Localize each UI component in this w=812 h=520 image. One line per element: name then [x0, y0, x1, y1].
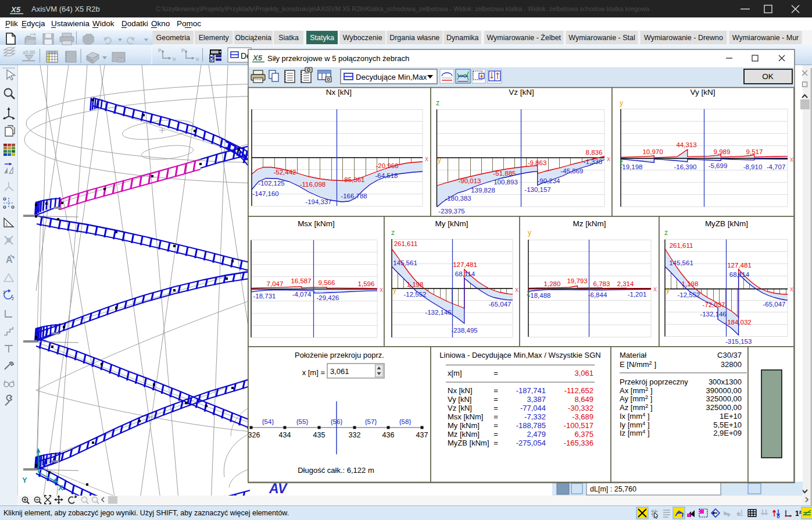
svg-text:X5: X5	[10, 5, 21, 14]
svg-text:=: =	[493, 412, 498, 421]
svg-text:-184,032: -184,032	[725, 319, 751, 326]
svg-text:Ix [mm4 ]: Ix [mm4 ]	[620, 411, 650, 421]
svg-text:±0.00: ±0.00	[23, 49, 35, 55]
svg-text:Pomoc: Pomoc	[177, 19, 201, 28]
svg-text:-9,863: -9,863	[528, 159, 547, 166]
svg-text:X: X	[58, 483, 63, 492]
svg-text:Elementy: Elementy	[199, 34, 230, 42]
svg-text:Vy [kN]: Vy [kN]	[690, 88, 715, 97]
svg-text:Iz [mm4 ]: Iz [mm4 ]	[620, 428, 650, 437]
svg-text:-18,731: -18,731	[253, 293, 276, 300]
svg-text:-4,707: -4,707	[767, 163, 786, 170]
svg-text:9,566: 9,566	[319, 279, 335, 286]
svg-text:x: x	[790, 155, 793, 163]
svg-text:-19,198: -19,198	[620, 163, 642, 170]
svg-text:44,313: 44,313	[676, 141, 696, 148]
svg-text:-102,125: -102,125	[258, 180, 284, 187]
svg-text:=: =	[493, 369, 498, 377]
svg-text:x[m]: x[m]	[448, 369, 462, 377]
svg-text:2,479: 2,479	[527, 430, 546, 439]
svg-text:My [kNm]: My [kNm]	[435, 219, 468, 228]
svg-text:1,596: 1,596	[358, 280, 375, 287]
svg-text:16,587: 16,587	[291, 277, 311, 284]
svg-text:P: P	[181, 48, 185, 54]
svg-text:Materiał: Materiał	[620, 351, 646, 359]
svg-text:Kliknij element, aby zobaczyć: Kliknij element, aby zobaczyć jego wynik…	[3, 509, 289, 517]
svg-text:261,611: 261,611	[670, 242, 693, 249]
svg-text:8,836: 8,836	[586, 149, 603, 156]
svg-text:y: y	[393, 286, 396, 294]
svg-text:Msx [kNm]: Msx [kNm]	[448, 412, 483, 421]
svg-text:-45,869: -45,869	[560, 168, 583, 174]
svg-text:u: u	[196, 56, 199, 62]
svg-text:y: y	[528, 229, 531, 237]
svg-text:390000,00: 390000,00	[706, 386, 742, 395]
svg-text:-194,337: -194,337	[305, 198, 331, 205]
svg-text:MyZB [kNm]: MyZB [kNm]	[448, 439, 489, 447]
svg-text:AV: AV	[269, 481, 288, 496]
svg-text:-6,844: -6,844	[588, 291, 607, 298]
svg-text:-166,788: -166,788	[341, 193, 367, 200]
svg-text:-7,332: -7,332	[524, 412, 546, 421]
svg-text:Wymiarowanie - Stal: Wymiarowanie - Stal	[568, 34, 635, 42]
svg-text:AxisVM (64) X5 R2b: AxisVM (64) X5 R2b	[31, 5, 100, 13]
svg-text:-18,488: -18,488	[528, 292, 550, 299]
svg-text:My [kNm]: My [kNm]	[448, 421, 480, 430]
svg-text:325000,00: 325000,00	[706, 394, 742, 403]
svg-text:Statyka: Statyka	[310, 34, 334, 42]
svg-text:261,611: 261,611	[394, 240, 418, 247]
svg-text:-1,201: -1,201	[628, 291, 647, 298]
svg-text:9,989: 9,989	[714, 148, 731, 155]
svg-text:7,047: 7,047	[267, 280, 284, 287]
svg-text:z: z	[664, 229, 668, 237]
svg-text:332: 332	[349, 431, 361, 439]
svg-text:Iy [mm4 ]: Iy [mm4 ]	[620, 420, 650, 429]
svg-text:-51,885: -51,885	[493, 170, 516, 177]
svg-text:x: x	[425, 155, 428, 163]
svg-text:3,387: 3,387	[527, 395, 546, 404]
svg-text:1E+10: 1E+10	[720, 412, 742, 421]
svg-text:Edycja: Edycja	[22, 19, 45, 28]
svg-text:32800: 32800	[721, 360, 742, 369]
svg-text:326: 326	[248, 431, 260, 439]
svg-text:x: x	[653, 285, 657, 293]
svg-text:Msx [kNm]: Msx [kNm]	[298, 219, 335, 228]
svg-text:-165,336: -165,336	[564, 439, 593, 447]
svg-text:=: =	[493, 386, 498, 395]
svg-text:Ustawienia: Ustawienia	[51, 19, 90, 28]
svg-text:-90,013: -90,013	[458, 177, 481, 184]
svg-text:Położenie przekroju poprz.: Położenie przekroju poprz.	[295, 351, 384, 359]
svg-text:19,793: 19,793	[567, 277, 587, 284]
svg-text:3,061: 3,061	[574, 369, 593, 377]
svg-text:-1,338: -1,338	[584, 158, 603, 165]
svg-text:Siły przekrojowe w 5 połączony: Siły przekrojowe w 5 połączonych żebrach	[267, 54, 409, 63]
svg-text:x: x	[380, 286, 383, 294]
svg-text:C30/37: C30/37	[717, 351, 742, 359]
svg-text:Wyboczenie: Wyboczenie	[343, 34, 382, 42]
svg-text:-90,234: -90,234	[537, 177, 560, 184]
svg-text:139,828: 139,828	[471, 187, 495, 194]
svg-text:-30,332: -30,332	[568, 404, 593, 412]
svg-text:-5,699: -5,699	[709, 162, 728, 169]
svg-text:=: =	[493, 421, 498, 430]
svg-text:-12,552: -12,552	[677, 291, 700, 298]
svg-text:-72,037: -72,037	[702, 301, 725, 308]
svg-text:-65,047: -65,047	[488, 301, 511, 308]
svg-text:Vz [kN]: Vz [kN]	[448, 404, 472, 412]
svg-text:-147,160: -147,160	[252, 190, 278, 197]
svg-text:-180,383: -180,383	[445, 195, 471, 202]
svg-text:-4,074: -4,074	[292, 291, 312, 298]
svg-text:y: y	[666, 286, 670, 294]
svg-text:437: 437	[416, 431, 428, 439]
svg-text:9,517: 9,517	[746, 148, 763, 155]
svg-text:3: 3	[3, 290, 5, 294]
svg-text:-132,146: -132,146	[425, 309, 451, 316]
svg-text:Liniowa - Decydujące Min,Max /: Liniowa - Decydujące Min,Max / Wszystkie…	[439, 351, 600, 359]
svg-text:-112,652: -112,652	[564, 386, 593, 395]
svg-text:Siatka: Siatka	[278, 34, 299, 42]
svg-text:Decydujące Min,Max: Decydujące Min,Max	[356, 73, 427, 81]
svg-text:{58}: {58}	[399, 418, 412, 425]
svg-text:-187,741: -187,741	[516, 386, 546, 395]
svg-text:-20,966: -20,966	[375, 162, 398, 169]
svg-text:-16,390: -16,390	[674, 163, 696, 170]
